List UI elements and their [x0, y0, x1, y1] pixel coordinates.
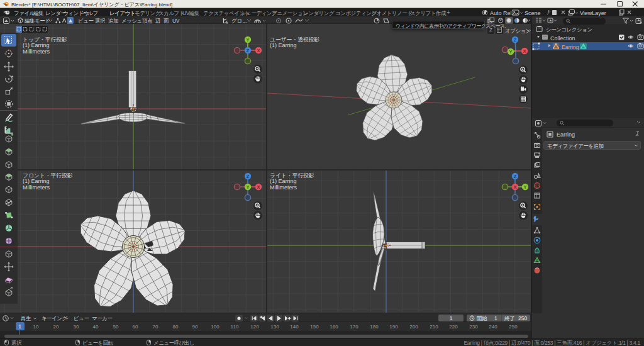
- svg-text:100: 100: [211, 324, 219, 330]
- svg-text:200: 200: [409, 324, 418, 330]
- svg-text:10: 10: [33, 324, 39, 330]
- svg-text:50: 50: [113, 324, 119, 330]
- svg-text:130: 130: [270, 324, 279, 330]
- svg-text:190: 190: [389, 324, 398, 330]
- svg-text:210: 210: [430, 324, 438, 330]
- svg-text:X: X: [513, 184, 516, 190]
- svg-text:Z: Z: [247, 48, 250, 53]
- svg-text:20: 20: [53, 324, 59, 330]
- svg-text:Z: Z: [514, 174, 517, 179]
- svg-text:Y: Y: [246, 184, 249, 190]
- svg-text:220: 220: [449, 324, 458, 330]
- svg-text:180: 180: [370, 324, 379, 330]
- svg-text:X: X: [523, 48, 526, 54]
- svg-text:110: 110: [231, 324, 239, 330]
- svg-text:30: 30: [74, 324, 79, 330]
- svg-text:Z: Z: [247, 174, 250, 179]
- svg-text:170: 170: [350, 324, 358, 330]
- svg-text:160: 160: [330, 324, 338, 330]
- svg-text:Y: Y: [523, 184, 526, 190]
- svg-text:230: 230: [469, 324, 478, 330]
- svg-text:X: X: [257, 48, 260, 53]
- svg-text:140: 140: [290, 324, 299, 330]
- svg-text:70: 70: [153, 324, 158, 330]
- svg-text:40: 40: [93, 324, 99, 330]
- svg-text:80: 80: [173, 324, 179, 330]
- svg-text:250: 250: [509, 324, 518, 330]
- svg-text:240: 240: [489, 324, 497, 330]
- svg-text:Y: Y: [509, 49, 512, 55]
- svg-text:Y: Y: [246, 37, 249, 43]
- svg-text:60: 60: [133, 324, 138, 330]
- svg-text:Z: Z: [514, 37, 517, 43]
- svg-text:150: 150: [310, 324, 319, 330]
- svg-text:90: 90: [192, 324, 198, 330]
- svg-text:120: 120: [250, 324, 259, 330]
- svg-text:X: X: [257, 184, 260, 190]
